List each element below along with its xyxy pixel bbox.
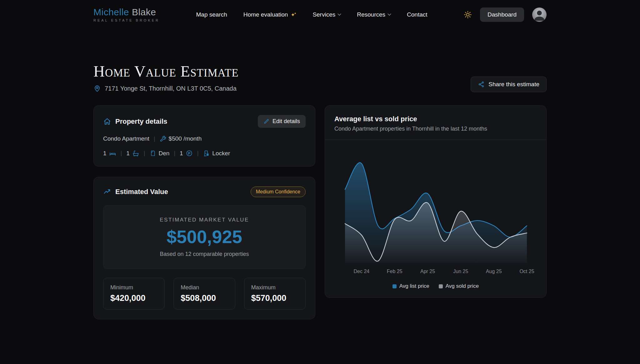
chart-header: Average list vs sold price Condo Apartme… xyxy=(325,106,546,140)
nav-item-services[interactable]: Services xyxy=(312,11,341,18)
estimated-value-card: Estimated Value Medium Confidence ESTIMA… xyxy=(93,177,315,319)
locker-icon xyxy=(203,150,210,157)
document-icon xyxy=(150,150,156,157)
bed-count: 1 xyxy=(103,150,107,157)
trending-up-icon xyxy=(103,188,111,196)
logo[interactable]: Michelle Blake REAL ESTATE BROKER xyxy=(93,7,160,22)
list-price-swatch xyxy=(392,284,397,288)
share-button-label: Share this estimate xyxy=(488,81,539,88)
separator: | xyxy=(174,150,175,157)
market-value-amount: $500,925 xyxy=(110,226,299,247)
svg-text:Aug 25: Aug 25 xyxy=(486,269,502,274)
logo-name: Michelle Blake xyxy=(93,7,160,17)
main-nav: Map search Home evaluation ✦✦ Services R… xyxy=(196,11,428,18)
person-photo-icon xyxy=(532,7,547,22)
edit-button-label: Edit details xyxy=(272,118,300,125)
theme-toggle-button[interactable] xyxy=(464,11,472,19)
separator: | xyxy=(154,136,155,142)
bath-icon xyxy=(132,150,139,157)
chart-subtitle: Condo Apartment properties in Thornhill … xyxy=(334,126,537,132)
confidence-badge: Medium Confidence xyxy=(251,187,306,197)
title-block: Home Value Estimate 7171 Yonge St, Thorn… xyxy=(93,62,239,92)
avatar[interactable] xyxy=(532,7,547,22)
stat-label: Median xyxy=(181,284,228,291)
nav-item-resources[interactable]: Resources xyxy=(357,11,391,18)
feature-den: Den xyxy=(150,150,170,157)
chevron-down-icon xyxy=(388,12,391,15)
chart-title: Average list vs sold price xyxy=(334,115,537,123)
legend-item-list-price: Avg list price xyxy=(392,283,429,289)
page-title: Home Value Estimate xyxy=(93,62,239,80)
market-value-label: ESTIMATED MARKET VALUE xyxy=(110,217,299,223)
chart-body: Dec 24Feb 25Apr 25Jun 25Aug 25Oct 25 Avg… xyxy=(325,140,546,297)
sold-price-swatch xyxy=(439,284,443,288)
svg-text:Oct 25: Oct 25 xyxy=(519,269,534,274)
maintenance-fee-value: $500 /month xyxy=(169,135,202,142)
legend-item-sold-price: Avg sold price xyxy=(439,283,479,289)
stat-median: Median $508,000 xyxy=(173,278,235,310)
nav-label: Home evaluation xyxy=(243,11,288,18)
price-chart-card: Average list vs sold price Condo Apartme… xyxy=(325,105,547,298)
nav-label: Map search xyxy=(196,11,227,18)
stat-label: Maximum xyxy=(251,284,298,291)
bath-count: 1 xyxy=(126,150,130,157)
nav-item-contact[interactable]: Contact xyxy=(407,11,427,18)
property-features-row: 1 | 1 | xyxy=(103,150,306,157)
nav-label: Resources xyxy=(357,11,385,18)
stat-value: $570,000 xyxy=(251,293,298,303)
estimate-card-title: Estimated Value xyxy=(115,188,168,196)
stat-maximum: Maximum $570,000 xyxy=(244,278,306,310)
legend-label: Avg list price xyxy=(399,283,429,289)
nav-item-map-search[interactable]: Map search xyxy=(196,11,227,18)
feature-locker: Locker xyxy=(203,150,230,157)
locker-label: Locker xyxy=(212,150,230,157)
market-value-note: Based on 12 comparable properties xyxy=(110,251,299,257)
nav-label: Services xyxy=(312,11,335,18)
svg-text:Feb 25: Feb 25 xyxy=(387,269,402,274)
property-type: Condo Apartment xyxy=(103,135,149,142)
dashboard-button[interactable]: Dashboard xyxy=(480,7,524,22)
chart-legend: Avg list price Avg sold price xyxy=(334,283,537,289)
pencil-icon xyxy=(263,118,269,124)
svg-text:P: P xyxy=(188,152,190,155)
price-area-chart: Dec 24Feb 25Apr 25Jun 25Aug 25Oct 25 xyxy=(334,147,537,281)
legend-label: Avg sold price xyxy=(446,283,479,289)
nav-label: Contact xyxy=(407,11,427,18)
title-row: Home Value Estimate 7171 Yonge St, Thorn… xyxy=(93,62,547,92)
edit-details-button[interactable]: Edit details xyxy=(258,115,306,128)
sun-icon xyxy=(464,11,472,19)
separator: | xyxy=(121,150,122,157)
feature-parking: 1 P xyxy=(180,150,193,157)
parking-count: 1 xyxy=(180,150,183,157)
feature-beds: 1 xyxy=(103,150,116,157)
header: Michelle Blake REAL ESTATE BROKER Map se… xyxy=(93,0,547,22)
stat-minimum: Minimum $420,000 xyxy=(103,278,165,310)
address-row: 7171 Yonge St, Thornhill, ON L3T 0C5, Ca… xyxy=(93,85,239,92)
stat-value: $420,000 xyxy=(110,293,158,303)
logo-tagline: REAL ESTATE BROKER xyxy=(93,18,160,22)
den-label: Den xyxy=(159,150,170,157)
market-value-box: ESTIMATED MARKET VALUE $500,925 Based on… xyxy=(103,205,306,269)
sparkles-icon: ✦✦ xyxy=(291,11,296,18)
share-estimate-button[interactable]: Share this estimate xyxy=(471,77,547,92)
house-icon xyxy=(103,117,111,126)
property-address: 7171 Yonge St, Thornhill, ON L3T 0C5, Ca… xyxy=(105,85,237,92)
logo-first-name: Michelle xyxy=(93,7,129,17)
header-right: Dashboard xyxy=(464,7,547,22)
nav-item-home-evaluation[interactable]: Home evaluation ✦✦ xyxy=(243,11,297,18)
svg-text:Apr 25: Apr 25 xyxy=(420,269,435,274)
property-card-title: Property details xyxy=(115,117,167,126)
chevron-down-icon xyxy=(338,12,341,15)
parking-icon: P xyxy=(186,150,193,157)
map-pin-icon xyxy=(93,85,101,92)
logo-last-name: Blake xyxy=(132,7,156,17)
property-details-card: Property details Edit details Condo Apar… xyxy=(93,105,315,167)
property-type-row: Condo Apartment | $500 /month xyxy=(103,135,306,142)
bed-icon xyxy=(109,150,116,157)
maintenance-fee: $500 /month xyxy=(160,135,202,142)
value-stats-row: Minimum $420,000 Median $508,000 Maximum… xyxy=(103,278,306,310)
stat-value: $508,000 xyxy=(181,293,228,303)
wrench-icon xyxy=(160,136,166,142)
svg-text:Jun 25: Jun 25 xyxy=(453,269,468,274)
stat-label: Minimum xyxy=(110,284,158,291)
